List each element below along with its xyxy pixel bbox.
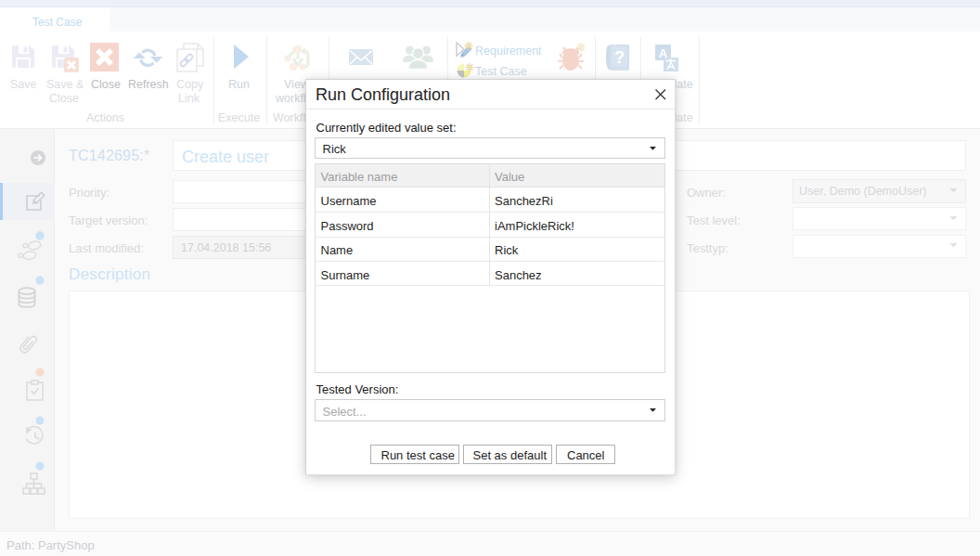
svg-text:?: ?	[614, 48, 625, 67]
